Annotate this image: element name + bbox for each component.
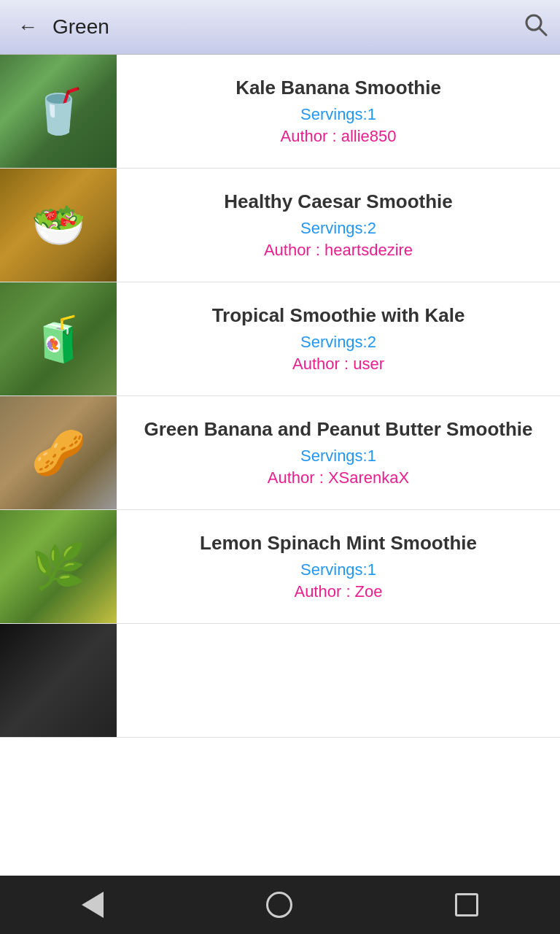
recipe-servings: Servings:1 — [300, 560, 376, 579]
recipe-thumbnail — [0, 169, 117, 282]
recipe-card[interactable]: Kale Banana SmoothieServings:1Author : a… — [0, 55, 560, 169]
recipe-author: Author : Zoe — [294, 582, 382, 601]
recipe-card[interactable]: Healthy Caesar SmoothieServings:2Author … — [0, 169, 560, 282]
recipe-title: Tropical Smoothie with Kale — [212, 304, 465, 327]
back-icon: ← — [18, 15, 38, 39]
recipe-author: Author : user — [292, 355, 384, 374]
recipe-thumbnail — [0, 624, 117, 737]
recipe-title: Lemon Spinach Mint Smoothie — [200, 532, 477, 555]
recipe-thumbnail — [0, 55, 117, 168]
recipe-card[interactable]: Lemon Spinach Mint SmoothieServings:1Aut… — [0, 510, 560, 624]
nav-recent-button[interactable] — [455, 893, 478, 916]
recipe-card[interactable]: Green Banana and Peanut Butter SmoothieS… — [0, 396, 560, 510]
recipe-thumbnail — [0, 396, 117, 509]
recipe-info: Kale Banana SmoothieServings:1Author : a… — [117, 55, 560, 168]
recipe-title: Kale Banana Smoothie — [236, 77, 441, 99]
recipe-author: Author : allie850 — [281, 127, 397, 146]
recipe-info: Lemon Spinach Mint SmoothieServings:1Aut… — [117, 510, 560, 623]
back-triangle-icon — [82, 892, 104, 918]
search-input[interactable] — [52, 15, 515, 39]
recipe-info: Healthy Caesar SmoothieServings:2Author … — [117, 169, 560, 282]
recipe-list: Kale Banana SmoothieServings:1Author : a… — [0, 55, 560, 876]
search-input-wrapper — [52, 15, 515, 39]
recipe-servings: Servings:2 — [300, 219, 376, 238]
recent-square-icon — [455, 893, 478, 916]
home-circle-icon — [266, 892, 292, 918]
recipe-author: Author : heartsdezire — [264, 241, 413, 260]
recipe-servings: Servings:2 — [300, 333, 376, 352]
nav-back-button[interactable] — [82, 892, 104, 918]
recipe-servings: Servings:1 — [300, 447, 376, 466]
recipe-title: Green Banana and Peanut Butter Smoothie — [144, 418, 532, 441]
back-button[interactable]: ← — [12, 12, 44, 42]
recipe-servings: Servings:1 — [300, 105, 376, 124]
nav-home-button[interactable] — [266, 892, 292, 918]
search-button[interactable] — [524, 12, 548, 42]
search-icon — [524, 12, 548, 42]
recipe-thumbnail — [0, 510, 117, 623]
recipe-info: Tropical Smoothie with KaleServings:2Aut… — [117, 282, 560, 395]
bottom-navigation — [0, 876, 560, 934]
svg-line-1 — [539, 28, 546, 35]
recipe-thumbnail — [0, 282, 117, 395]
search-bar: ← — [0, 0, 560, 55]
recipe-card[interactable]: Tropical Smoothie with KaleServings:2Aut… — [0, 282, 560, 396]
recipe-info — [117, 624, 560, 737]
recipe-title: Healthy Caesar Smoothie — [224, 190, 453, 213]
recipe-card[interactable] — [0, 624, 560, 738]
recipe-info: Green Banana and Peanut Butter SmoothieS… — [117, 396, 560, 509]
recipe-author: Author : XSarenkaX — [268, 468, 409, 487]
